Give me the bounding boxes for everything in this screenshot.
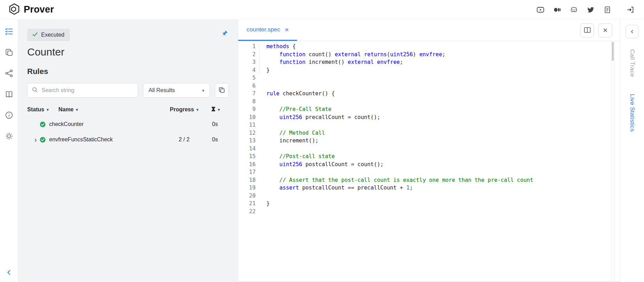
job-panel: Executed Counter Rules All Results ▾ bbox=[18, 20, 238, 282]
line-text: // Method Call bbox=[256, 129, 325, 137]
rules-icon[interactable] bbox=[5, 27, 13, 36]
code-line[interactable]: 7rule checkCounter() { bbox=[238, 90, 620, 98]
close-tab-icon[interactable]: × bbox=[285, 26, 289, 33]
rules-table-header: Status ▾ Name ▾ Progress ▾ bbox=[18, 103, 238, 117]
line-text: increment(); bbox=[256, 137, 318, 145]
line-number: 3 bbox=[238, 58, 256, 66]
code-line[interactable]: 22 bbox=[238, 208, 620, 216]
line-text bbox=[256, 74, 266, 82]
code-line[interactable]: 16 uint256 postcallCount = count(); bbox=[238, 161, 620, 169]
discord-icon[interactable] bbox=[570, 6, 578, 14]
page-title: Counter bbox=[27, 46, 229, 58]
code-line[interactable]: 20 bbox=[238, 192, 620, 200]
code-line[interactable]: 4} bbox=[238, 66, 620, 74]
editor-scrollbar[interactable] bbox=[611, 41, 614, 281]
contracts-icon[interactable] bbox=[5, 48, 13, 57]
line-text: //Pre-Call State bbox=[256, 105, 332, 113]
line-number: 7 bbox=[238, 90, 256, 98]
line-number: 16 bbox=[238, 161, 256, 169]
code-line[interactable]: 1methods { bbox=[238, 43, 620, 51]
collapse-right-panel-button[interactable]: ‹ bbox=[626, 25, 639, 38]
hourglass-icon bbox=[211, 106, 215, 113]
search-input[interactable] bbox=[41, 87, 133, 94]
brand-name: Prover bbox=[24, 4, 54, 15]
pin-icon[interactable] bbox=[220, 30, 228, 38]
rule-name: checkCounter bbox=[49, 121, 84, 127]
code-line[interactable]: 6 bbox=[238, 82, 620, 90]
results-filter-dropdown[interactable]: All Results ▾ bbox=[143, 83, 210, 98]
code-line[interactable]: 5 bbox=[238, 74, 620, 82]
tab-live-statistics[interactable]: Live Statistics bbox=[629, 94, 636, 132]
code-editor[interactable]: 1methods {2 function count() external re… bbox=[238, 41, 620, 281]
line-number: 19 bbox=[238, 184, 256, 192]
code-line[interactable]: 19 assert postcallCount == precallCount … bbox=[238, 184, 620, 192]
scrollbar-thumb[interactable] bbox=[612, 42, 614, 61]
settings-icon[interactable] bbox=[5, 132, 13, 140]
code-line[interactable]: 17 bbox=[238, 168, 620, 176]
code-line[interactable]: 11 bbox=[238, 121, 620, 129]
topbar: Prover bbox=[0, 0, 644, 20]
close-icon: × bbox=[603, 27, 608, 34]
sort-caret-icon: ▾ bbox=[218, 107, 220, 112]
rule-name: envfreeFuncsStaticCheck bbox=[49, 136, 113, 143]
rule-row-envfreefuncsstaticcheck[interactable]: › envfreeFuncsStaticCheck 2 / 2 0s bbox=[18, 132, 238, 147]
twitter-icon[interactable] bbox=[586, 6, 594, 14]
code-line[interactable]: 12 // Method Call bbox=[238, 129, 620, 137]
line-text bbox=[256, 208, 266, 216]
copy-button[interactable] bbox=[215, 83, 229, 98]
code-line[interactable]: 18 // Assert that the post-call count is… bbox=[238, 176, 620, 184]
tab-counter-spec[interactable]: counter.spec × bbox=[238, 20, 297, 41]
line-number: 8 bbox=[238, 98, 256, 106]
left-icon-rail: ‹ bbox=[0, 20, 18, 282]
graph-icon[interactable] bbox=[5, 69, 13, 77]
code-line[interactable]: 21} bbox=[238, 200, 620, 208]
code-line[interactable]: 13 increment(); bbox=[238, 137, 620, 145]
line-number: 13 bbox=[238, 137, 256, 145]
verified-check-icon bbox=[40, 121, 46, 127]
name-header-label: Name bbox=[58, 106, 74, 113]
rules-table: Status ▾ Name ▾ Progress ▾ bbox=[18, 103, 238, 147]
tab-call-trace[interactable]: Call Trace bbox=[629, 49, 636, 77]
results-filter-value: All Results bbox=[149, 87, 175, 94]
chevron-left-icon: ‹ bbox=[631, 28, 633, 35]
code-line[interactable]: 3 function increment() external envfree; bbox=[238, 58, 620, 66]
expand-chevron-icon[interactable]: › bbox=[31, 136, 40, 143]
sort-progress[interactable]: Progress ▾ bbox=[170, 106, 198, 113]
brand[interactable]: Prover bbox=[8, 3, 54, 16]
line-number: 1 bbox=[238, 43, 256, 51]
info-icon[interactable] bbox=[5, 111, 13, 119]
line-number: 14 bbox=[238, 145, 256, 153]
split-view-button[interactable] bbox=[580, 23, 594, 37]
line-text bbox=[256, 121, 266, 129]
rule-duration: 0s bbox=[202, 136, 238, 143]
book-icon[interactable] bbox=[5, 90, 13, 98]
rule-row-checkcounter[interactable]: › checkCounter 0s bbox=[18, 117, 238, 132]
code-line[interactable]: 8 bbox=[238, 98, 620, 106]
rule-progress: 2 / 2 bbox=[167, 136, 202, 143]
youtube-icon[interactable] bbox=[536, 6, 544, 14]
signout-icon[interactable] bbox=[626, 6, 634, 14]
code-lines: 1methods {2 function count() external re… bbox=[238, 43, 620, 215]
sort-status[interactable]: Status ▾ bbox=[27, 106, 48, 113]
line-number: 20 bbox=[238, 192, 256, 200]
code-line[interactable]: 14 bbox=[238, 145, 620, 153]
close-editor-button[interactable]: × bbox=[598, 23, 612, 37]
line-text: } bbox=[256, 200, 270, 208]
line-number: 2 bbox=[238, 51, 256, 59]
code-line[interactable]: 2 function count() external returns(uint… bbox=[238, 51, 620, 59]
docs-icon[interactable] bbox=[603, 6, 611, 14]
indent-guide bbox=[259, 43, 259, 74]
search-icon bbox=[32, 87, 38, 94]
sort-name[interactable]: Name ▾ bbox=[58, 106, 78, 113]
sort-duration[interactable]: ▾ bbox=[202, 106, 238, 113]
line-text: uint256 postcallCount = count(); bbox=[256, 161, 384, 169]
rule-duration: 0s bbox=[202, 121, 238, 127]
medium-icon[interactable] bbox=[553, 6, 561, 14]
split-view-icon bbox=[584, 27, 591, 34]
code-line[interactable]: 10 uint256 precallCount = count(); bbox=[238, 113, 620, 121]
sort-caret-icon: ▾ bbox=[47, 107, 49, 112]
collapse-left-panel-icon[interactable]: ‹ bbox=[7, 265, 11, 277]
line-text: uint256 precallCount = count(); bbox=[256, 113, 380, 121]
code-line[interactable]: 9 //Pre-Call State bbox=[238, 105, 620, 113]
code-line[interactable]: 15 //Post-call state bbox=[238, 153, 620, 161]
